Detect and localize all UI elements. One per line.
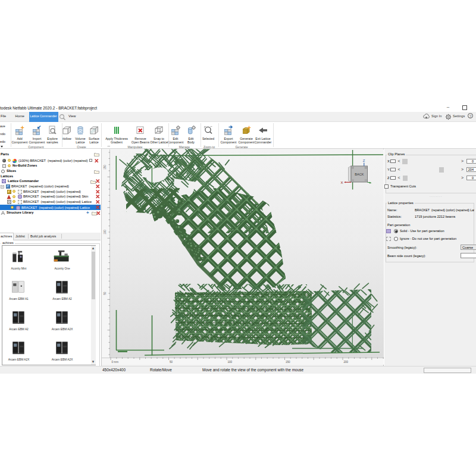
svg-text:50: 50 [170, 361, 173, 364]
svg-text:100: 100 [228, 361, 233, 364]
svg-text:BACK: BACK [355, 173, 364, 176]
svg-text:150: 150 [286, 361, 290, 364]
svg-text:X: X [340, 181, 343, 184]
svg-text:50: 50 [104, 292, 107, 295]
svg-text:Z: Z [363, 159, 365, 162]
svg-text:150: 150 [104, 165, 107, 170]
svg-text:0 mm: 0 mm [112, 361, 119, 364]
svg-text:100: 100 [104, 230, 107, 234]
svg-text:200: 200 [344, 361, 349, 364]
